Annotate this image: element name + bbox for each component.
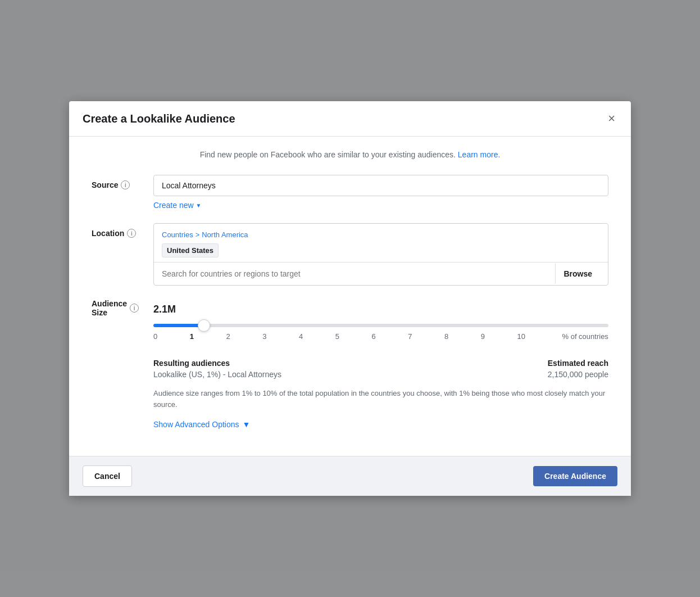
tick-6: 6 — [372, 332, 376, 341]
audience-size-label: Audience Size i — [92, 299, 153, 317]
audience-size-row: Audience Size i 2.1M 0 1 — [92, 299, 608, 429]
tick-8: 8 — [444, 332, 448, 341]
browse-button[interactable]: Browse — [555, 264, 600, 284]
slider-tick-labels: 0 1 2 3 4 5 6 7 8 9 10 % of countries — [153, 332, 608, 341]
learn-more-link[interactable]: Learn more. — [458, 150, 500, 159]
resulting-audiences-heading: Resulting audiences — [153, 359, 281, 368]
source-content: Create new ▼ — [153, 175, 608, 210]
audience-value: 2.1M — [153, 304, 608, 315]
resulting-audiences-value: Lookalike (US, 1%) - Local Attorneys — [153, 370, 281, 379]
tick-1: 1 — [190, 332, 194, 341]
breadcrumb-separator: > — [196, 230, 200, 239]
audience-size-slider[interactable] — [153, 324, 608, 327]
location-search-input[interactable] — [162, 263, 555, 285]
source-row: Source i Create new ▼ — [92, 175, 608, 210]
modal-header: Create a Lookalike Audience × — [69, 101, 631, 137]
create-audience-button[interactable]: Create Audience — [533, 466, 617, 486]
tick-3: 3 — [262, 332, 266, 341]
modal-footer: Cancel Create Audience — [69, 456, 631, 496]
location-info-icon: i — [127, 229, 136, 238]
location-label: Location i — [92, 223, 153, 238]
estimated-reach-heading: Estimated reach — [548, 359, 608, 368]
location-search-row: Browse — [154, 262, 608, 285]
audience-size-section: 2.1M 0 1 2 3 4 5 6 — [153, 304, 608, 429]
create-new-arrow: ▼ — [196, 202, 202, 209]
description-text: Find new people on Facebook who are simi… — [92, 150, 608, 159]
cancel-button[interactable]: Cancel — [83, 465, 132, 487]
tick-2: 2 — [226, 332, 230, 341]
tick-9: 9 — [481, 332, 485, 341]
breadcrumb-region[interactable]: North America — [202, 230, 248, 239]
location-box: Countries > North America United States … — [153, 223, 608, 286]
create-new-link[interactable]: Create new ▼ — [153, 201, 202, 210]
source-input[interactable] — [153, 175, 608, 196]
close-button[interactable]: × — [606, 110, 617, 127]
tick-10: 10 — [517, 332, 525, 341]
audience-note: Audience size ranges from 1% to 10% of t… — [153, 388, 608, 410]
tick-4: 4 — [299, 332, 303, 341]
tick-0: 0 — [153, 332, 157, 341]
location-tag-us: United States — [162, 243, 219, 257]
location-content: Countries > North America United States … — [153, 223, 608, 286]
tick-7: 7 — [408, 332, 412, 341]
breadcrumb: Countries > North America — [162, 230, 600, 239]
percent-label: % of countries — [562, 332, 608, 341]
source-info-icon: i — [121, 180, 130, 189]
slider-wrapper — [153, 320, 608, 329]
audience-size-content: 2.1M 0 1 2 3 4 5 6 — [153, 299, 608, 429]
modal-title: Create a Lookalike Audience — [83, 112, 235, 125]
advanced-options-link[interactable]: Show Advanced Options ▼ — [153, 420, 250, 429]
results-grid: Resulting audiences Lookalike (US, 1%) -… — [153, 352, 608, 379]
location-row: Location i Countries > North America Un — [92, 223, 608, 286]
advanced-arrow-icon: ▼ — [243, 420, 251, 429]
estimated-reach-col: Estimated reach 2,150,000 people — [548, 359, 608, 379]
resulting-audiences-col: Resulting audiences Lookalike (US, 1%) -… — [153, 359, 281, 379]
tick-5: 5 — [335, 332, 339, 341]
audience-size-info-icon: i — [130, 304, 139, 313]
source-label: Source i — [92, 175, 153, 189]
breadcrumb-countries[interactable]: Countries — [162, 230, 193, 239]
modal-overlay: Create a Lookalike Audience × Find new p… — [0, 0, 700, 597]
modal-body: Find new people on Facebook who are simi… — [69, 137, 631, 456]
estimated-reach-value: 2,150,000 people — [548, 370, 608, 379]
modal-dialog: Create a Lookalike Audience × Find new p… — [69, 101, 631, 496]
location-tags: Countries > North America United States — [154, 224, 608, 262]
